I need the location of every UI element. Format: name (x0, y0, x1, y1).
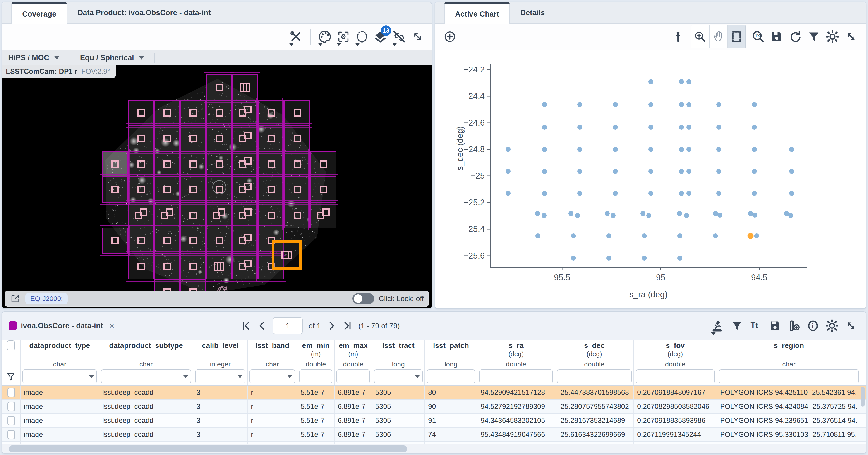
scatter-point[interactable] (648, 191, 653, 196)
plot-area[interactable]: −24.2−24.4−24.6−24.8−25−25.2−25.4−25.695… (490, 64, 807, 268)
footprint-cell[interactable] (180, 125, 206, 151)
footprint-cell[interactable] (232, 228, 258, 254)
footprint-cell[interactable] (128, 253, 154, 279)
color-palette-button[interactable] (316, 26, 333, 48)
scatter-point[interactable] (677, 255, 682, 261)
footprint-cell[interactable] (102, 151, 128, 177)
scatter-point[interactable] (577, 125, 582, 130)
restore-chart-button[interactable] (787, 26, 804, 48)
footprint-cell[interactable] (284, 100, 310, 126)
column-header-s_fov[interactable]: s_fov (deg) double (634, 339, 717, 385)
scatter-point[interactable] (542, 169, 547, 174)
scatter-point[interactable] (752, 125, 757, 130)
zoom-original-button[interactable]: 1X (750, 26, 767, 48)
footprint-cell[interactable] (154, 228, 180, 254)
footprint-cell[interactable] (128, 177, 154, 203)
scatter-point[interactable] (717, 213, 722, 217)
footprint-cell[interactable] (206, 125, 232, 151)
expand-chart-button[interactable] (843, 26, 859, 48)
scatter-point[interactable] (605, 211, 610, 216)
scatter-point[interactable] (577, 169, 582, 174)
footprint-cell[interactable] (258, 125, 284, 151)
scatter-point[interactable] (577, 102, 582, 107)
recenter-button[interactable] (335, 26, 352, 48)
column-header-s_dec[interactable]: s_dec (deg) double (555, 339, 634, 385)
scatter-point[interactable] (788, 213, 793, 218)
table-settings-button[interactable] (824, 315, 840, 337)
scatter-point[interactable] (648, 125, 653, 130)
column-filter-s_fov[interactable] (636, 369, 715, 384)
footprint-cell[interactable] (180, 202, 206, 228)
footprint-cell[interactable] (310, 177, 336, 203)
column-filter-s_ra[interactable] (479, 369, 553, 384)
table-row[interactable]: imagelsst.deep_coadd3r5.51e-76.891e-7530… (2, 414, 866, 428)
scatter-point[interactable] (679, 79, 684, 84)
sky-view[interactable]: LSSTComCam: DP1 r FOV:2.9° EQ-J2000: Cli… (2, 65, 432, 308)
column-filter-lsst_band[interactable] (249, 369, 295, 384)
scatter-point[interactable] (577, 147, 582, 152)
scatter-point[interactable] (642, 255, 647, 261)
column-header-calib_level[interactable]: calib_level integer (193, 339, 248, 385)
footprint-cell[interactable] (284, 151, 310, 177)
footprint-cell[interactable] (232, 151, 258, 177)
column-filter-em_max[interactable] (336, 369, 370, 384)
next-page-button[interactable] (327, 321, 337, 331)
scatter-point[interactable] (542, 191, 547, 196)
footprint-cell[interactable] (310, 202, 336, 228)
scatter-point[interactable] (648, 169, 653, 174)
footprint-cell[interactable] (180, 177, 206, 203)
scrollbar-thumb[interactable] (861, 387, 865, 406)
column-filter-calib_level[interactable] (195, 369, 245, 384)
scatter-point[interactable] (716, 102, 721, 107)
column-filter-dataproduct_type[interactable] (23, 369, 97, 384)
footprint-cell[interactable] (206, 151, 232, 177)
pan-mode-button[interactable] (709, 25, 727, 48)
footprint-cell[interactable] (154, 100, 180, 126)
footprint-cell[interactable] (154, 125, 180, 151)
scatter-point[interactable] (752, 169, 757, 174)
footprint-cell[interactable] (258, 177, 284, 203)
scatter-point[interactable] (613, 125, 618, 130)
filter-input[interactable] (23, 370, 96, 383)
row-checkbox[interactable] (7, 388, 15, 397)
scatter-point[interactable] (575, 213, 580, 218)
filter-input[interactable] (101, 370, 191, 383)
filter-input[interactable] (480, 370, 552, 383)
scatter-point[interactable] (752, 147, 757, 152)
table-row[interactable]: imagelsst.deep_coadd3r5.51e-76.891e-7530… (2, 442, 866, 444)
footprint-cell[interactable] (154, 151, 180, 177)
scatter-point[interactable] (613, 102, 618, 107)
scatter-point[interactable] (752, 191, 757, 196)
tab-details[interactable]: Details (510, 2, 555, 23)
scatter-point[interactable] (646, 213, 651, 218)
column-filter-s_region[interactable] (719, 369, 859, 384)
column-filter-lsst_tract[interactable] (374, 369, 423, 384)
chart-settings-button[interactable] (824, 26, 841, 48)
select-region-button[interactable] (353, 26, 370, 48)
column-filter-lsst_patch[interactable] (427, 369, 475, 384)
row-checkbox[interactable] (7, 416, 15, 425)
expand-table-button[interactable] (843, 315, 859, 337)
table-row[interactable]: imagelsst.deep_coadd3r5.51e-76.891e-7530… (2, 400, 866, 414)
scatter-point[interactable] (679, 147, 684, 152)
table-info-button[interactable]: i (805, 315, 822, 337)
footprint-cell[interactable] (206, 228, 232, 254)
scatter-point[interactable] (679, 102, 684, 107)
scatter-point[interactable] (606, 255, 611, 261)
scatter-point[interactable] (542, 125, 547, 130)
tab-data-product[interactable]: Data Product: ivoa.ObsCore - data-int (67, 2, 221, 23)
save-table-button[interactable] (767, 315, 783, 337)
scatter-point[interactable] (642, 233, 647, 238)
scatter-point[interactable] (677, 211, 682, 216)
footprint-cell[interactable] (128, 228, 154, 254)
scatter-point[interactable] (568, 211, 574, 216)
last-page-button[interactable] (343, 321, 352, 331)
scatter-point[interactable] (541, 213, 547, 218)
column-header-lsst_band[interactable]: lsst_band char (248, 339, 298, 385)
scatter-point[interactable] (716, 147, 721, 152)
scatter-point[interactable] (648, 79, 653, 84)
scatter-point[interactable] (752, 213, 757, 217)
scatter-point[interactable] (542, 102, 547, 107)
scatter-point[interactable] (686, 191, 691, 196)
scatter-point[interactable] (686, 147, 691, 152)
